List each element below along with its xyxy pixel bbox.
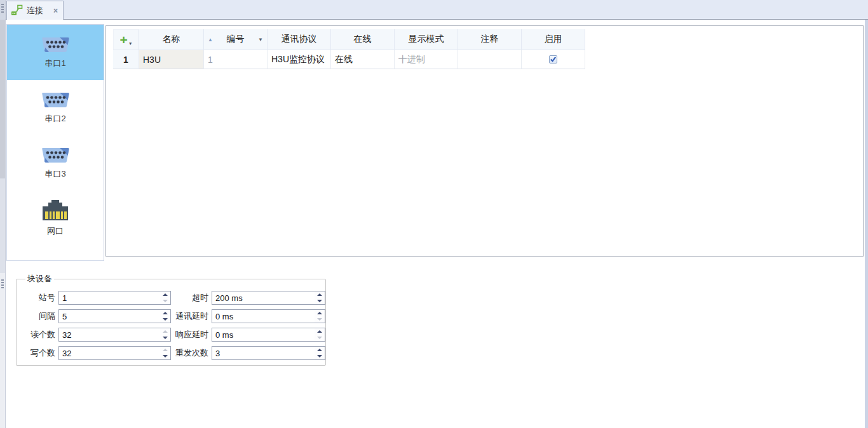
add-menu-caret-icon[interactable]: ▼ [128, 41, 133, 46]
form-row: 间隔 通讯延时 [22, 309, 325, 323]
device-settings-area: 块设备 站号 超时 间隔 通讯延时 [6, 262, 865, 428]
connection-icon [11, 4, 23, 17]
spin-down-icon[interactable] [160, 298, 170, 304]
spin-up-icon[interactable] [160, 328, 170, 335]
add-row-button[interactable]: + ▼ [113, 29, 139, 50]
response-delay-input[interactable] [212, 328, 325, 342]
spin-down-icon[interactable] [315, 335, 325, 341]
interval-input[interactable] [58, 309, 171, 323]
tab-connection[interactable]: 连接 × [6, 1, 64, 20]
sidebar-item-serial1[interactable]: 串口1 [7, 25, 104, 80]
row-index-cell[interactable]: 1 [113, 50, 139, 69]
fieldset-legend: 块设备 [25, 273, 54, 284]
write-count-stepper [58, 346, 171, 360]
station-number-input[interactable] [58, 291, 171, 305]
spin-up-icon[interactable] [160, 347, 170, 353]
interval-label: 间隔 [22, 311, 58, 322]
sidebar-item-label: 串口3 [44, 168, 65, 180]
table-row: 1 H3U 1 H3U监控协议 在线 十进制 [113, 50, 585, 69]
column-header-name[interactable]: 名称 [139, 29, 204, 50]
sidebar-item-serial2[interactable]: 串口2 [7, 80, 104, 135]
ethernet-port-icon [41, 199, 69, 221]
spin-up-icon[interactable] [315, 328, 325, 335]
online-cell[interactable]: 在线 [331, 50, 395, 69]
enabled-cell [522, 50, 585, 69]
enabled-checkbox[interactable] [549, 55, 557, 64]
column-header-comment[interactable]: 注释 [458, 29, 522, 50]
form-row: 读个数 响应延时 [22, 328, 325, 342]
retry-count-input[interactable] [212, 346, 325, 360]
comm-delay-stepper [212, 309, 325, 323]
close-icon[interactable]: × [52, 6, 59, 15]
timeout-input[interactable] [212, 291, 325, 305]
tab-title: 连接 [27, 5, 48, 17]
block-device-fieldset: 块设备 站号 超时 间隔 通讯延时 [16, 273, 326, 366]
station-number-stepper [58, 291, 171, 305]
timeout-label: 超时 [171, 292, 212, 304]
read-count-stepper [58, 328, 171, 342]
column-header-enabled[interactable]: 启用 [522, 29, 585, 50]
spin-up-icon[interactable] [160, 291, 170, 298]
dock-splitter-strip[interactable] [0, 0, 6, 428]
display-mode-cell[interactable]: 十进制 [395, 50, 458, 69]
dock-grip[interactable] [1, 279, 4, 288]
column-header-protocol[interactable]: 通讯协议 [268, 29, 331, 50]
serial-port-icon [41, 36, 71, 53]
port-sidebar: 串口1 串口2 串口3 网口 [6, 24, 104, 261]
comment-cell[interactable] [458, 50, 522, 69]
form-row: 写个数 重发次数 [22, 346, 325, 360]
spin-up-icon[interactable] [160, 310, 170, 316]
write-count-input[interactable] [58, 346, 171, 360]
column-header-display-mode[interactable]: 显示模式 [395, 29, 458, 50]
sidebar-item-label: 串口2 [44, 113, 65, 124]
retry-count-label: 重发次数 [171, 347, 212, 359]
read-count-input[interactable] [58, 328, 171, 342]
station-number-label: 站号 [22, 292, 58, 304]
sidebar-item-label: 串口1 [44, 58, 65, 69]
column-header-number[interactable]: ▲ 编号 ▼ [204, 29, 268, 50]
plus-icon: + [119, 34, 127, 46]
serial-port-icon [41, 147, 71, 164]
write-count-label: 写个数 [22, 347, 58, 359]
spin-up-icon[interactable] [315, 310, 325, 316]
number-cell[interactable]: 1 [204, 50, 268, 69]
timeout-stepper [212, 291, 325, 305]
protocol-cell[interactable]: H3U监控协议 [268, 50, 331, 69]
interval-stepper [58, 309, 171, 323]
retry-count-stepper [212, 346, 325, 360]
spin-down-icon[interactable] [315, 316, 325, 323]
response-delay-label: 响应延时 [171, 329, 212, 340]
connection-table: + ▼ 名称 ▲ 编号 ▼ 通讯协议 在线 显示模式 注释 [113, 29, 585, 69]
table-header-row: + ▼ 名称 ▲ 编号 ▼ 通讯协议 在线 显示模式 注释 [113, 29, 585, 50]
sidebar-item-ethernet[interactable]: 网口 [7, 191, 104, 246]
connection-table-panel: + ▼ 名称 ▲ 编号 ▼ 通讯协议 在线 显示模式 注释 [105, 25, 864, 257]
name-cell[interactable]: H3U [139, 50, 204, 69]
form-row: 站号 超时 [22, 291, 325, 305]
spin-up-icon[interactable] [315, 291, 325, 298]
serial-port-icon [41, 91, 71, 109]
column-header-online[interactable]: 在线 [331, 29, 395, 50]
spin-down-icon[interactable] [315, 298, 325, 304]
spin-up-icon[interactable] [315, 347, 325, 353]
spin-down-icon[interactable] [160, 316, 170, 323]
check-icon [550, 56, 557, 63]
read-count-label: 读个数 [22, 329, 58, 340]
window-edge-strip [865, 20, 868, 428]
dock-grip[interactable] [1, 4, 4, 13]
sidebar-item-serial3[interactable]: 串口3 [7, 135, 104, 191]
spin-down-icon[interactable] [160, 335, 170, 341]
spin-down-icon[interactable] [160, 353, 170, 359]
comm-delay-label: 通讯延时 [171, 311, 212, 322]
sidebar-item-label: 网口 [47, 225, 64, 237]
response-delay-stepper [212, 328, 325, 342]
comm-delay-input[interactable] [212, 309, 325, 323]
spin-down-icon[interactable] [315, 353, 325, 359]
tab-bar: 连接 × [6, 0, 868, 20]
filter-dropdown-icon[interactable]: ▼ [258, 37, 263, 43]
sort-ascending-icon: ▲ [208, 37, 213, 43]
